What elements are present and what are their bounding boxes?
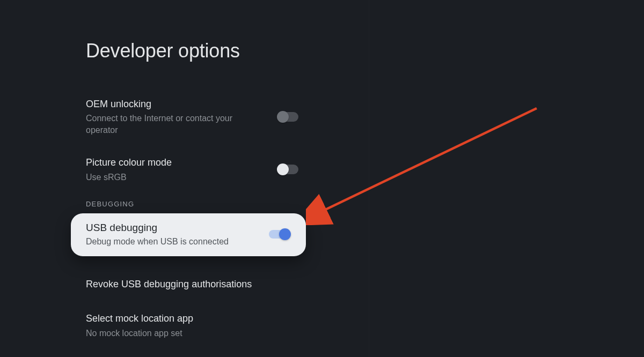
page-title: Developer options	[86, 40, 301, 62]
setting-subtitle: No mock location app set	[86, 328, 279, 339]
setting-title: Revoke USB debugging authorisations	[86, 278, 279, 291]
setting-title: USB debugging	[86, 222, 229, 234]
svg-line-1	[320, 108, 537, 212]
setting-view-attribute-inspection[interactable]: Enable view attribute inspection	[86, 355, 301, 357]
setting-revoke-usb-auth[interactable]: Revoke USB debugging authorisations	[86, 270, 301, 298]
setting-subtitle: Debug mode when USB is connected	[86, 237, 229, 247]
setting-title: Picture colour mode	[86, 156, 255, 169]
setting-title: OEM unlocking	[86, 98, 255, 110]
setting-title: Select mock location app	[86, 312, 279, 325]
setting-subtitle: Use sRGB	[86, 172, 255, 183]
toggle-picture-colour-mode[interactable]	[277, 163, 301, 176]
setting-mock-location[interactable]: Select mock location app No mock locatio…	[86, 306, 301, 345]
toggle-oem-unlocking[interactable]	[277, 110, 301, 123]
setting-picture-colour-mode[interactable]: Picture colour mode Use sRGB	[86, 150, 301, 189]
toggle-usb-debugging[interactable]	[266, 228, 291, 241]
annotation-arrow-icon	[306, 102, 545, 225]
settings-panel: Developer options OEM unlocking Connect …	[0, 0, 301, 357]
section-header-debugging: DEBUGGING	[86, 200, 301, 208]
setting-subtitle: Connect to the Internet or contact your …	[86, 113, 255, 136]
setting-usb-debugging[interactable]: USB debugging Debug mode when USB is con…	[71, 213, 306, 256]
vertical-divider	[369, 0, 369, 357]
setting-oem-unlocking[interactable]: OEM unlocking Connect to the Internet or…	[86, 91, 301, 142]
